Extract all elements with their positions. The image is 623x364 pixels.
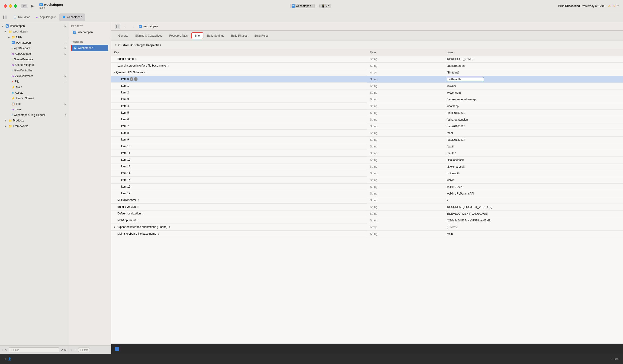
panel-filter-pill[interactable]: ⌕ Filter (78, 347, 90, 352)
section-collapse-icon[interactable]: ▾ (115, 43, 116, 47)
sidebar-toggle-button[interactable] (2, 14, 8, 21)
sidebar-item-wechatopen-file[interactable]: W wechatopen A (0, 40, 68, 45)
expand-triangle-icon[interactable]: ▶ (114, 226, 116, 228)
tab-build-phases[interactable]: Build Phases (228, 32, 251, 39)
eye-icon[interactable]: 👁 (4, 357, 6, 361)
svg-rect-3 (5, 16, 7, 19)
tab-appdelegate[interactable]: m AppDelegate (33, 13, 59, 21)
scope-button[interactable]: ⊕ (61, 348, 63, 351)
tab-info[interactable]: Info (191, 32, 203, 39)
sidebar-item-appdelegate-h[interactable]: h AppDelegate M (0, 45, 68, 51)
target-item-wechatopen[interactable]: W wechatopen (71, 45, 108, 51)
tab-build-settings[interactable]: Build Settings (204, 32, 227, 39)
table-row[interactable]: Bundle name▲▼String$(PRODUCT_NAME) (111, 56, 623, 62)
sidebar-item-info[interactable]: 📋 Info M (0, 101, 68, 107)
sidebar-settings-button[interactable]: ⚙ (5, 348, 7, 351)
tab-general[interactable]: General (115, 32, 132, 39)
tab-wechatopen[interactable]: 🔷 wechatopen (59, 13, 85, 21)
value-stepper[interactable]: ▲▼ (137, 198, 139, 202)
sidebar-item-viewcontroller-h[interactable]: h ViewController (0, 68, 68, 73)
table-row[interactable]: Default localization▲▼String$(DEVELOPMEN… (111, 210, 623, 217)
sidebar-panel-toggle[interactable] (115, 24, 120, 29)
device-selector[interactable]: 📱 Zq (319, 4, 331, 8)
tab-signing[interactable]: Signing & Capabilities (132, 32, 166, 39)
value-edit-input[interactable] (447, 77, 484, 81)
table-row[interactable]: ▾Queried URL Schemes▲▼Array(18 items) (111, 69, 623, 76)
sidebar-item-wechatopen-group[interactable]: ▾ 📁 wechatopen (0, 29, 68, 34)
table-row[interactable]: Item 0+−String (111, 76, 623, 83)
sidebar-item-main[interactable]: ⚡ Main (0, 85, 68, 90)
table-row[interactable]: Item 15Stringweixin (111, 177, 623, 183)
sidebar-item-products[interactable]: ▶ 📁 Products (0, 118, 68, 123)
close-button[interactable] (4, 4, 7, 8)
sidebar-item-bridging[interactable]: h wechatopen...ing-Header A (0, 112, 68, 118)
value-stepper[interactable]: ▲▼ (137, 205, 139, 208)
play-button[interactable]: ▶ (31, 4, 34, 8)
table-row[interactable]: Item 4Stringwhatsapp (111, 103, 623, 109)
panel-add-button[interactable]: + (70, 348, 72, 352)
table-row[interactable]: Item 16StringweixinULAPI (111, 183, 623, 190)
table-row[interactable]: MOBTwitterVer▲▼String2 (111, 197, 623, 204)
add-button[interactable]: + (617, 3, 619, 9)
table-row[interactable]: Item 10Stringfbauth (111, 143, 623, 150)
nav-back-button[interactable]: ‹ (122, 23, 129, 30)
table-row[interactable]: Item 14Stringtwitterauth (111, 170, 623, 177)
value-stepper[interactable]: ▲▼ (135, 57, 137, 61)
scheme-selector[interactable]: W wechatopen › (290, 4, 315, 8)
property-key: Item 16 (121, 185, 130, 188)
sidebar-item-assets[interactable]: ◉ Assets (0, 90, 68, 96)
value-stepper[interactable]: ▲▼ (157, 232, 159, 235)
value-stepper[interactable]: ▲▼ (137, 219, 139, 222)
value-stepper[interactable]: ▲▼ (146, 71, 148, 74)
property-value[interactable] (444, 76, 623, 83)
nav-forward-button[interactable]: › (130, 23, 137, 30)
table-row[interactable]: Main storyboard file base name▲▼StringMa… (111, 231, 623, 237)
add-row-button[interactable]: + (130, 77, 133, 81)
sidebar-add-button[interactable]: + (2, 348, 4, 352)
sidebar-item-label: LaunchScreen (16, 97, 34, 100)
sidebar-item-viewcontroller-m[interactable]: m ViewController M (0, 73, 68, 79)
table-row[interactable]: Item 17StringweixinURLParamsAPI (111, 190, 623, 197)
sidebar-item-scenedelegate-m[interactable]: m SceneDelegate (0, 62, 68, 68)
remove-row-button[interactable]: − (134, 77, 137, 81)
minimize-button[interactable] (9, 4, 12, 8)
table-row[interactable]: Item 2Stringwxworkrdm (111, 89, 623, 96)
list-button[interactable]: ⊞ (64, 348, 66, 351)
sidebar-item-main-m[interactable]: m main (0, 107, 68, 112)
tab-build-rules[interactable]: Build Rules (251, 32, 272, 39)
table-row[interactable]: Bundle version▲▼String$(CURRENT_PROJECT_… (111, 204, 623, 210)
sidebar-item-scenedelegate-h[interactable]: h SceneDelegate (0, 57, 68, 62)
warning-badge[interactable]: ⚠ 107 (608, 4, 617, 8)
table-row[interactable]: Item 9Stringfbapi20130214 (111, 136, 623, 143)
value-stepper[interactable]: ▲▼ (169, 225, 171, 229)
value-stepper[interactable]: ▲▼ (142, 212, 144, 215)
sidebar-item-sdk[interactable]: ▶ 📁 SDK (0, 34, 68, 40)
sidebar-item-frameworks[interactable]: ▶ 📁 Frameworks (0, 123, 68, 129)
tab-no-editor[interactable]: 📄 No Editor (10, 13, 33, 21)
table-row[interactable]: ▶Supported interface orientations (iPhon… (111, 224, 623, 231)
value-stepper[interactable]: ▲▼ (167, 64, 169, 67)
project-panel-item[interactable]: W wechatopen (71, 29, 108, 36)
window-toggle-button[interactable] (21, 4, 27, 8)
maximize-button[interactable] (14, 4, 17, 8)
table-row[interactable]: Item 3Stringfb-messenger-share-api (111, 96, 623, 103)
expand-triangle-icon[interactable]: ▾ (114, 71, 115, 73)
table-row[interactable]: Item 12Stringtiktokopensdk (111, 156, 623, 163)
panel-remove-button[interactable]: − (74, 348, 76, 352)
sidebar-item-appdelegate-m[interactable]: m AppDelegate M (0, 51, 68, 57)
table-row[interactable]: Item 6Stringfbshareextension (111, 116, 623, 123)
sidebar-item-file[interactable]: ✖ File A (0, 79, 68, 85)
table-row[interactable]: Item 7Stringfbapi20160328 (111, 123, 623, 129)
table-row[interactable]: Launch screen interface file base name▲▼… (111, 62, 623, 69)
person-icon[interactable]: 👤 (8, 357, 11, 361)
table-row[interactable]: Item 13Stringtiktoksharesdk (111, 163, 623, 170)
sidebar-item-launchscreen[interactable]: ⚡ LaunchScreen (0, 96, 68, 101)
sidebar-filter-input[interactable]: ⌕ Filter (9, 347, 59, 352)
table-row[interactable]: Item 11Stringfbauth2 (111, 150, 623, 156)
table-row[interactable]: MobAppSecret▲▼String4280a3a6df667cfce375… (111, 217, 623, 224)
tab-resource-tags[interactable]: Resource Tags (166, 32, 191, 39)
table-row[interactable]: Item 8Stringfbapi (111, 129, 623, 136)
sidebar-item-wechatopen-proj[interactable]: ▾ W wechatopen M (0, 23, 68, 29)
table-row[interactable]: Item 5Stringfbapi20150629 (111, 109, 623, 116)
table-row[interactable]: Item 1Stringwxwork (111, 83, 623, 89)
